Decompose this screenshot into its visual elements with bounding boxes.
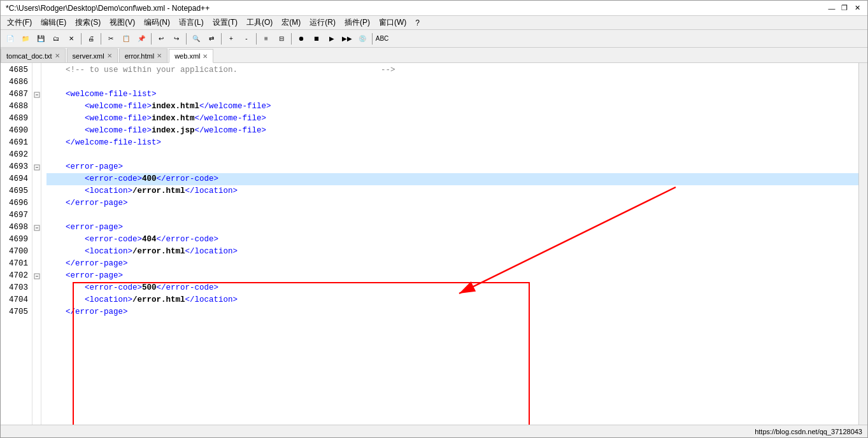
close-button2[interactable]: ✕ [64,32,78,46]
fold-marker [32,306,41,318]
fold-marker[interactable] [32,270,41,282]
line-number: 4701 [4,258,28,270]
tab-error-label: error.html [125,52,154,60]
tab-server-close[interactable]: ✕ [107,52,112,59]
tab-tomcat[interactable]: tomcat_doc.txt ✕ [1,48,66,62]
new-button[interactable]: 📄 [3,32,17,46]
sync-h-button[interactable]: ⊟ [274,32,288,46]
code-line: <error-page> [46,270,858,282]
fold-marker[interactable] [32,222,41,234]
fold-marker [32,209,41,222]
code-line: <location>/error.html</location> [46,185,858,197]
restore-button[interactable]: ❐ [839,3,850,13]
code-line: <location>/error.html</location> [46,246,858,258]
line-numbers: 4685468646874688468946904691469246934694… [1,63,32,425]
line-number: 4685 [4,64,28,76]
menu-search[interactable]: 搜索(S) [71,16,104,29]
replace-button[interactable]: ⇄ [204,32,218,46]
play-multi-button[interactable]: ▶▶ [340,32,354,46]
code-line: <error-code>400</error-code> [46,173,858,185]
undo-button[interactable]: ↩ [154,32,168,46]
stop-button[interactable]: ⏹ [309,32,324,46]
tab-tomcat-close[interactable]: ✕ [55,52,60,59]
tab-web-close[interactable]: ✕ [203,53,208,60]
fold-marker [32,76,41,88]
fold-column [32,63,41,425]
line-number: 4694 [4,173,28,185]
fold-marker [32,64,41,76]
tab-server[interactable]: server.xml ✕ [67,48,118,62]
vertical-scrollbar[interactable] [858,63,867,425]
line-number: 4696 [4,197,28,209]
line-number: 4690 [4,125,28,137]
copy-button[interactable]: 📋 [119,32,133,46]
sep3 [151,33,152,45]
spell-button[interactable]: ABC [375,32,389,46]
paste-button[interactable]: 📌 [134,32,148,46]
menu-settings[interactable]: 设置(T) [209,16,241,29]
fold-marker[interactable] [32,88,41,101]
fold-marker[interactable] [32,161,41,173]
minimize-button[interactable]: — [827,3,837,13]
status-bar: https://blog.csdn.net/qq_37128043 [1,425,867,437]
menu-edit[interactable]: 编辑(E) [37,16,70,29]
record-button[interactable]: ⏺ [294,32,308,46]
close-button[interactable]: ✕ [852,3,862,13]
code-line: <error-page> [46,161,858,173]
find-button[interactable]: 🔍 [189,32,203,46]
code-line: <location>/error.html</location> [46,294,858,306]
save-all-button[interactable]: 🗂 [49,32,63,46]
code-line: <welcome-file>index.jsp</welcome-file> [46,125,858,137]
code-line: <error-page> [46,222,858,234]
status-url: https://blog.csdn.net/qq_37128043 [755,428,862,435]
zoom-out-button[interactable]: - [239,32,253,46]
save-button[interactable]: 💾 [34,32,48,46]
play-button[interactable]: ▶ [325,32,339,46]
sep6 [256,33,257,45]
fold-marker [32,101,41,113]
menu-lang[interactable]: 语言(L) [175,16,208,29]
redo-button[interactable]: ↪ [169,32,183,46]
zoom-in-button[interactable]: + [224,32,238,46]
open-button[interactable]: 📁 [18,32,32,46]
code-content[interactable]: <!-- to use within your application. -->… [41,63,858,425]
sync-v-button[interactable]: ≡ [259,32,273,46]
code-line: <error-code>404</error-code> [46,234,858,246]
tab-error[interactable]: error.html ✕ [119,48,167,62]
fold-marker [32,234,41,246]
fold-marker [32,185,41,197]
line-number: 4705 [4,306,28,318]
print-button[interactable]: 🖨 [84,32,98,46]
menu-window[interactable]: 窗口(W) [375,16,410,29]
tab-error-close[interactable]: ✕ [157,52,162,59]
fold-marker [32,246,41,258]
menu-run[interactable]: 运行(R) [306,16,339,29]
menu-plugins[interactable]: 插件(P) [341,16,374,29]
window-title: *C:\Users\Rodger\Desktop\Demo\conf\web.x… [6,4,210,13]
line-number: 4689 [4,113,28,125]
toolbar: 📄 📁 💾 🗂 ✕ 🖨 ✂ 📋 📌 ↩ ↪ 🔍 ⇄ + - ≡ ⊟ ⏺ ⏹ ▶ … [1,30,867,48]
code-line: </welcome-file-list> [46,137,858,149]
menu-encode[interactable]: 编码(N) [140,16,174,29]
line-number: 4702 [4,270,28,282]
line-number: 4691 [4,137,28,149]
code-line [46,209,858,222]
menu-file[interactable]: 文件(F) [3,16,36,29]
code-line [46,76,858,88]
menu-tools[interactable]: 工具(O) [243,16,276,29]
code-line: </error-page> [46,197,858,209]
menu-help[interactable]: ? [411,17,423,29]
sep4 [186,33,187,45]
window-controls: — ❐ ✕ [827,3,862,13]
sep5 [221,33,222,45]
main-window: *C:\Users\Rodger\Desktop\Demo\conf\web.x… [0,0,868,438]
line-number: 4692 [4,149,28,161]
menu-macro[interactable]: 宏(M) [278,16,304,29]
menu-bar: 文件(F) 编辑(E) 搜索(S) 视图(V) 编码(N) 语言(L) 设置(T… [1,16,867,30]
sep1 [81,33,82,45]
save-macro-button[interactable]: 💿 [355,32,369,46]
tab-web[interactable]: web.xml ✕ [169,49,213,63]
menu-view[interactable]: 视图(V) [106,16,139,29]
line-number: 4688 [4,101,28,113]
cut-button[interactable]: ✂ [104,32,118,46]
